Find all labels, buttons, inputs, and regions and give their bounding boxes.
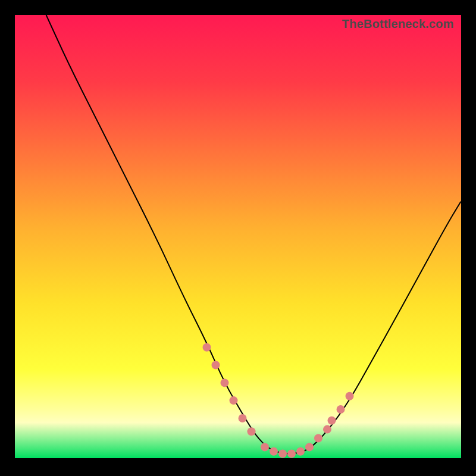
highlight-dot: [314, 434, 322, 443]
plot-area: TheBottleneck.com: [15, 15, 461, 458]
highlight-dot: [248, 427, 256, 436]
highlight-dot: [270, 447, 278, 456]
highlight-dot: [212, 361, 220, 369]
highlight-dot: [221, 378, 229, 387]
chart-svg: [15, 15, 461, 458]
highlight-dot: [203, 343, 211, 352]
highlight-dot: [346, 392, 354, 400]
highlight-dot: [296, 447, 305, 456]
highlight-dot: [305, 443, 314, 451]
highlight-dot: [239, 414, 247, 422]
highlight-dots: [203, 343, 354, 458]
highlight-dot: [323, 425, 331, 434]
highlight-dot: [287, 450, 296, 458]
highlight-dot: [337, 405, 345, 414]
chart-stage: TheBottleneck.com: [0, 0, 476, 476]
highlight-dot: [261, 443, 269, 451]
bottleneck-curve: [46, 15, 462, 454]
highlight-dot: [278, 450, 287, 458]
highlight-dot: [328, 416, 336, 425]
highlight-dot: [230, 396, 238, 405]
